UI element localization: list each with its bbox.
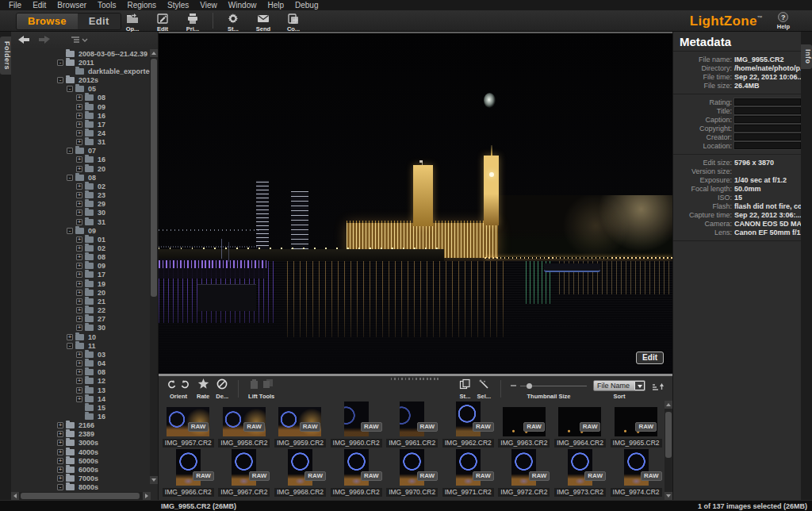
info-tab[interactable]: Info (801, 44, 812, 69)
thumbnail[interactable]: RAW IMG_9974.CR2 (608, 448, 665, 497)
menu-item[interactable]: Help (262, 0, 289, 11)
star-icon[interactable] (197, 378, 209, 393)
expander-icon[interactable] (57, 475, 63, 482)
folders-tab[interactable]: Folders (0, 36, 11, 75)
folder-tree-item[interactable]: 31 (11, 138, 151, 147)
expander-icon[interactable] (76, 201, 82, 207)
folder-tree-item[interactable]: 15 (11, 403, 151, 412)
settings-button[interactable]: St... (218, 11, 248, 33)
thumbnail-scrollbar[interactable] (665, 401, 672, 500)
expander-icon[interactable] (76, 396, 82, 402)
thumbnail[interactable]: RAW IMG_9958.CR2 (216, 401, 273, 448)
back-arrow-icon[interactable] (17, 33, 30, 48)
orient-group[interactable]: Orient (167, 380, 190, 400)
thumbnail[interactable]: RAW IMG_9972.CR2 (496, 448, 553, 497)
expander-icon[interactable] (76, 192, 82, 198)
expander-icon[interactable] (76, 387, 82, 394)
menu-item[interactable]: Regions (121, 0, 162, 11)
thumbnail[interactable]: RAW IMG_9966.CR2 (160, 448, 216, 497)
thumbnail-image[interactable]: RAW (176, 449, 201, 486)
expander-icon[interactable] (76, 139, 82, 145)
folder-tree-item[interactable]: 17 (11, 271, 151, 279)
folder-tree-item[interactable]: 02 (11, 244, 151, 252)
thumbnail[interactable]: RAW IMG_9968.CR2 (272, 448, 328, 497)
folder-tree-item[interactable]: 8000s (11, 483, 151, 492)
thumbnail-image[interactable]: RAW (278, 407, 321, 436)
thumbnail[interactable]: RAW IMG_9964.CR2 (552, 401, 608, 448)
rotate-right-icon[interactable] (180, 378, 190, 393)
metadata-input-field[interactable] (734, 107, 801, 114)
thumbnail[interactable]: RAW IMG_9973.CR2 (552, 448, 608, 497)
help-icon[interactable]: ? (778, 12, 788, 22)
lift-tool-copy-icon[interactable] (262, 378, 274, 393)
sort-dropdown[interactable]: File Name (593, 380, 645, 391)
sort-direction-button[interactable] (652, 382, 665, 393)
deselect-button[interactable]: De... (216, 380, 228, 400)
expander-icon[interactable] (67, 334, 73, 340)
rate-button[interactable]: Rate (197, 380, 209, 400)
expander-icon[interactable] (57, 440, 63, 446)
tree-collapse-icon[interactable] (70, 33, 89, 48)
expander-icon[interactable] (57, 484, 63, 490)
expander-icon[interactable] (57, 60, 63, 66)
expander-icon[interactable] (76, 166, 82, 172)
expander-icon[interactable] (57, 422, 63, 428)
folder-tree-item[interactable]: 17 (11, 120, 151, 129)
lift-tool-icon[interactable] (249, 378, 259, 393)
metadata-input-field[interactable] (734, 133, 801, 140)
expander-icon[interactable] (76, 271, 82, 278)
expander-icon[interactable] (76, 113, 82, 119)
thumbnail-size-slider[interactable] (511, 380, 587, 391)
expander-icon[interactable] (76, 254, 82, 260)
folder-tree-item[interactable]: 31 (11, 217, 151, 226)
thumbnail[interactable]: RAW IMG_9962.CR2 (440, 401, 496, 448)
metadata-input-field[interactable] (734, 125, 801, 132)
expander-icon[interactable] (76, 298, 82, 305)
thumbnail-image[interactable]: RAW (456, 402, 481, 436)
rotate-left-icon[interactable] (167, 378, 177, 393)
expander-icon[interactable] (67, 86, 73, 92)
folder-tree-item[interactable]: 14 (11, 394, 151, 403)
folder-tree-item[interactable]: 21 (11, 297, 151, 305)
folder-tree-item[interactable]: 4000s (11, 448, 151, 456)
tab-edit[interactable]: Edit (78, 13, 121, 29)
folder-tree-item[interactable]: 10 (11, 332, 151, 341)
expander-icon[interactable] (76, 209, 82, 216)
menu-item[interactable]: Browser (52, 0, 92, 11)
folder-tree-item[interactable]: 12 (11, 377, 151, 386)
thumbnail-image[interactable]: RAW (400, 402, 424, 436)
thumbnail[interactable]: RAW IMG_9971.CR2 (440, 448, 496, 497)
preview-photo-london-night[interactable]: Edit (159, 33, 672, 374)
thumbnail[interactable]: RAW IMG_9965.CR2 (608, 401, 665, 448)
expander-icon[interactable] (57, 467, 63, 473)
scrollbar-thumb[interactable] (665, 412, 672, 458)
folder-tree-item[interactable]: 09 (11, 226, 151, 235)
thumbnail-image[interactable]: RAW (344, 449, 369, 486)
thumbnail[interactable]: RAW IMG_9959.CR2 (272, 401, 328, 448)
thumbnail-image[interactable]: RAW (624, 449, 649, 486)
scroll-right-button[interactable] (143, 492, 151, 500)
no-entry-icon[interactable] (216, 378, 228, 393)
expander-icon[interactable] (67, 175, 73, 181)
thumbnail-image[interactable]: RAW (344, 402, 369, 436)
folder-tree-item[interactable]: 2389 (11, 430, 151, 439)
folder-tree-item[interactable]: 3000s (11, 439, 151, 448)
expander-icon[interactable] (76, 307, 82, 313)
scroll-left-button[interactable] (11, 492, 19, 500)
expander-icon[interactable] (57, 77, 63, 83)
metadata-input-field[interactable] (734, 98, 801, 106)
menu-item[interactable]: Debug (289, 0, 324, 11)
lift-tools-group[interactable]: Lift Tools (248, 380, 274, 400)
expander-icon[interactable] (76, 104, 82, 110)
expander-icon[interactable] (76, 352, 82, 358)
edit-button[interactable]: Edit (147, 11, 178, 33)
folder-tree-item[interactable]: 13 (11, 386, 151, 394)
folder-tree-item[interactable]: 2008-03-05--21.42.39 (11, 49, 151, 58)
menu-item[interactable]: Styles (162, 0, 194, 11)
expander-icon[interactable] (76, 378, 82, 384)
menu-item[interactable]: Window (223, 0, 262, 11)
folder-tree-item[interactable]: 08 (11, 253, 151, 262)
folder-tree-item[interactable]: 20 (11, 164, 151, 173)
thumbnail[interactable]: RAW IMG_9967.CR2 (216, 448, 273, 497)
thumbnail-image[interactable]: RAW (558, 407, 601, 436)
